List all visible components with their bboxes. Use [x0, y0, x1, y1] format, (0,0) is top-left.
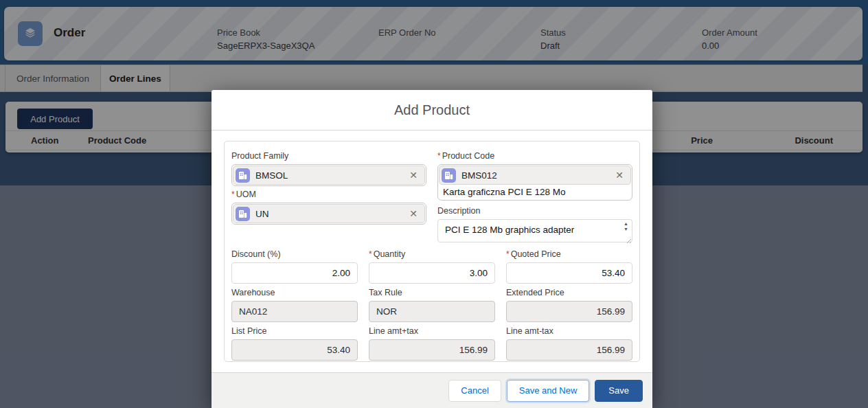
product-code-field: Product Code	[437, 147, 632, 201]
remove-product-family-icon[interactable]: ✕	[408, 169, 419, 181]
product-code-pill: BMS012 ✕	[439, 166, 631, 185]
extended-price-label: Extended Price	[506, 288, 632, 298]
arrow-down-icon[interactable]: ▼	[624, 227, 628, 231]
save-button[interactable]: Save	[595, 380, 643, 402]
required-asterisk	[437, 151, 441, 161]
product-code-caption: Karta graficzna PCI E 128 Mo	[439, 185, 631, 199]
product-code-label: Product Code	[437, 151, 632, 161]
list-price-label: List Price	[231, 326, 358, 337]
quantity-label: Quantity	[369, 249, 495, 260]
line-amt-minus-tax-label: Line amt-tax	[506, 326, 632, 337]
uom-pill: UN ✕	[233, 204, 425, 223]
product-glyph-icon	[238, 209, 247, 218]
modal-footer: Cancel Save and New Save	[212, 372, 652, 408]
uom-value: UN	[255, 209, 408, 219]
extended-price-input	[506, 301, 632, 322]
discount-field: Discount (%)	[231, 245, 358, 284]
description-scroll-arrows[interactable]: ▲ ▼	[621, 221, 630, 231]
remove-product-code-icon[interactable]: ✕	[614, 169, 625, 181]
arrow-up-icon[interactable]: ▲	[624, 221, 628, 226]
product-icon	[236, 168, 250, 183]
required-asterisk	[369, 249, 372, 259]
add-product-form-panel: Product Family	[224, 141, 640, 362]
product-glyph-icon	[238, 171, 247, 180]
modal-title: Add Product	[212, 90, 652, 131]
tax-rule-field: Tax Rule	[369, 284, 495, 322]
tax-rule-input	[369, 301, 495, 322]
description-input[interactable]: PCI E 128 Mb graphics adapter	[437, 219, 632, 242]
warehouse-field: Warehouse	[231, 284, 358, 322]
warehouse-label: Warehouse	[231, 288, 358, 298]
description-box: PCI E 128 Mb graphics adapter ▲ ▼	[437, 219, 632, 245]
product-icon	[442, 168, 456, 183]
product-family-pill: BMSOL ✕	[233, 166, 425, 185]
required-asterisk	[231, 190, 235, 199]
required-asterisk	[506, 249, 510, 259]
description-label: Description	[437, 206, 632, 216]
uom-lookup[interactable]: UN ✕	[231, 203, 426, 225]
uom-label: UOM	[231, 190, 426, 200]
extended-price-field: Extended Price	[506, 284, 632, 322]
form-row-4: Warehouse Tax Rule Extended Price	[231, 284, 632, 322]
quoted-price-field: Quoted Price	[506, 245, 632, 284]
quoted-price-input[interactable]	[506, 262, 632, 284]
description-field: Description PCI E 128 Mb graphics adapte…	[437, 202, 632, 245]
cancel-button[interactable]: Cancel	[448, 380, 501, 402]
product-family-lookup[interactable]: BMSOL ✕	[231, 164, 426, 186]
product-family-value: BMSOL	[255, 170, 408, 181]
line-amt-minus-tax-field: Line amt-tax	[506, 322, 632, 361]
uom-field: UOM	[231, 185, 426, 225]
warehouse-input	[231, 301, 358, 322]
quantity-field: Quantity	[369, 245, 495, 284]
save-and-new-button[interactable]: Save and New	[507, 380, 590, 402]
line-amt-minus-tax-input	[506, 339, 632, 361]
remove-uom-icon[interactable]: ✕	[408, 207, 419, 220]
product-family-label: Product Family	[231, 151, 426, 161]
quoted-price-label: Quoted Price	[506, 249, 632, 260]
form-row-2: UOM	[231, 202, 632, 245]
form-row-5: List Price Line amt+tax Line amt-tax	[231, 322, 632, 361]
line-amt-plus-tax-label: Line amt+tax	[369, 326, 495, 337]
product-code-lookup[interactable]: BMS012 ✕ Karta graficzna PCI E 128 Mo	[437, 164, 632, 201]
discount-label: Discount (%)	[231, 249, 358, 260]
add-product-modal: Add Product Product Family	[212, 90, 652, 408]
page: Order Price Book SageERPX3-SageX3QA ERP …	[0, 0, 868, 408]
line-amt-plus-tax-input	[369, 339, 495, 361]
tax-rule-label: Tax Rule	[369, 288, 495, 298]
product-icon	[236, 207, 250, 221]
form-row-3: Discount (%) Quantity Quoted Price	[231, 245, 632, 284]
list-price-input	[231, 339, 358, 361]
list-price-field: List Price	[231, 322, 358, 361]
discount-input[interactable]	[231, 262, 358, 284]
product-family-field: Product Family	[231, 147, 426, 186]
line-amt-plus-tax-field: Line amt+tax	[369, 322, 495, 361]
product-glyph-icon	[444, 171, 453, 180]
product-code-value: BMS012	[461, 170, 614, 181]
quantity-input[interactable]	[369, 262, 495, 284]
